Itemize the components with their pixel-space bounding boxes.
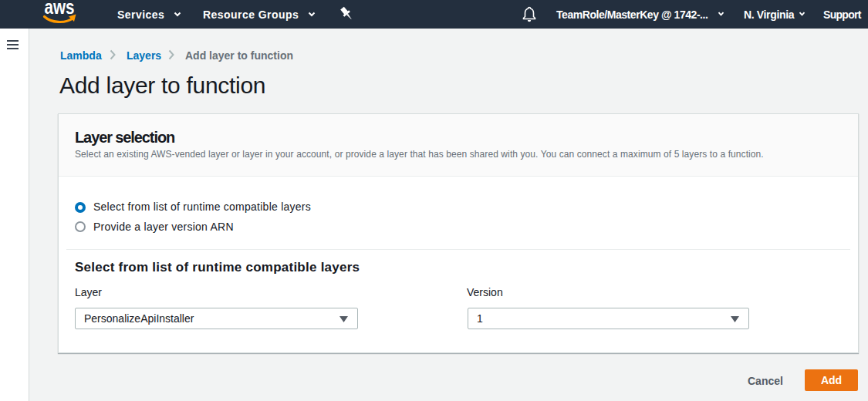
svg-text:aws: aws <box>45 0 75 19</box>
